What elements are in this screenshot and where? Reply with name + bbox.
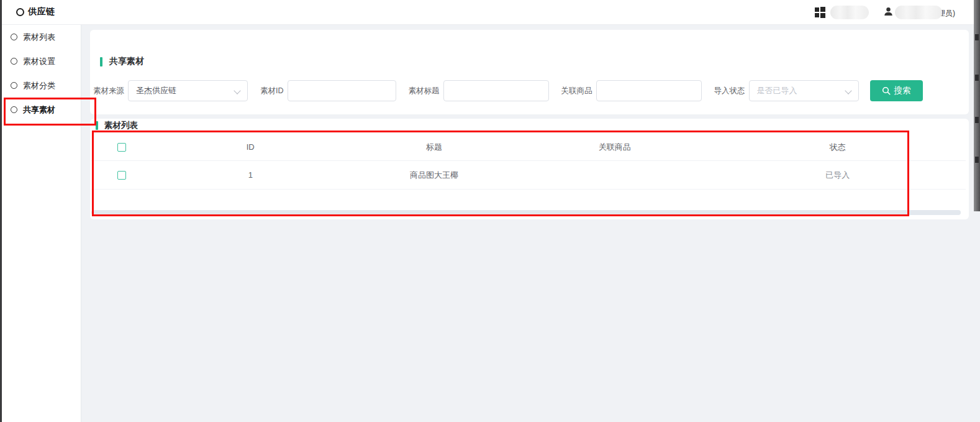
sidebar-item-label: 素材分类 bbox=[23, 80, 55, 91]
column-header-status: 状态 bbox=[709, 142, 966, 153]
shared-material-filter-panel: 共享素材 素材来源 圣杰供应链 素材ID 素材标题 关联商品 导入状态 是否已导… bbox=[90, 30, 969, 114]
redacted-shop-name[interactable] bbox=[830, 6, 869, 19]
logo-circle-icon bbox=[16, 8, 24, 16]
table-header-row: ID 标题 关联商品 状态 bbox=[91, 134, 966, 161]
related-product-input[interactable] bbox=[596, 80, 702, 101]
cell-id: 1 bbox=[153, 170, 348, 180]
user-icon[interactable] bbox=[884, 7, 893, 19]
sidebar-item-material-category[interactable]: 素材分类 bbox=[0, 73, 81, 98]
table-panel-title: 素材列表 bbox=[96, 120, 138, 131]
search-icon bbox=[882, 86, 891, 95]
chevron-down-icon bbox=[234, 87, 240, 94]
table-row[interactable]: 1 商品图大王椰 已导入 bbox=[91, 161, 966, 190]
apps-grid-icon[interactable] bbox=[815, 7, 826, 18]
select-all-checkbox[interactable] bbox=[117, 143, 126, 152]
column-header-related: 关联商品 bbox=[520, 142, 710, 153]
menu-circle-icon bbox=[11, 34, 17, 40]
filter-panel-title: 共享素材 bbox=[100, 56, 144, 67]
chevron-down-icon bbox=[845, 87, 851, 94]
filter-panel-title-text: 共享素材 bbox=[109, 56, 144, 67]
source-label: 素材来源 bbox=[93, 86, 124, 96]
app-title: 供应链 bbox=[28, 6, 55, 17]
material-title-label: 素材标题 bbox=[409, 86, 440, 96]
import-status-label: 导入状态 bbox=[714, 86, 745, 96]
search-button-label: 搜索 bbox=[894, 85, 911, 96]
sidebar-item-label: 共享素材 bbox=[23, 104, 55, 116]
menu-circle-icon bbox=[11, 82, 17, 89]
cell-status: 已导入 bbox=[709, 170, 966, 181]
source-select-value: 圣杰供应链 bbox=[136, 85, 176, 96]
material-title-input[interactable] bbox=[443, 80, 549, 101]
sidebar-item-material-list[interactable]: 素材列表 bbox=[0, 25, 81, 49]
sidebar-item-label: 素材设置 bbox=[23, 56, 55, 67]
column-header-title: 标题 bbox=[348, 142, 520, 153]
menu-circle-icon bbox=[11, 106, 17, 113]
cell-title: 商品图大王椰 bbox=[348, 170, 520, 181]
right-scrollbar-strip[interactable] bbox=[974, 0, 980, 211]
sidebar-item-label: 素材列表 bbox=[23, 32, 55, 43]
app-logo: 供应链 bbox=[16, 6, 55, 17]
material-table: ID 标题 关联商品 状态 1 商品图大王椰 已导入 bbox=[91, 134, 966, 190]
window-left-edge bbox=[0, 0, 2, 422]
accent-bar bbox=[100, 57, 102, 67]
app-window: 供应链 管理员) 素材列表 素材设置 素材分类 共享素材 bbox=[0, 0, 980, 422]
material-id-label: 素材ID bbox=[260, 86, 284, 96]
filter-row: 素材来源 圣杰供应链 素材ID 素材标题 关联商品 导入状态 是否已导入 搜索 bbox=[93, 80, 923, 101]
row-checkbox[interactable] bbox=[117, 171, 126, 180]
import-status-placeholder: 是否已导入 bbox=[757, 85, 797, 96]
sidebar-menu: 素材列表 素材设置 素材分类 共享素材 bbox=[0, 25, 81, 422]
sidebar-item-shared-material[interactable]: 共享素材 bbox=[0, 98, 81, 122]
horizontal-scrollbar-thumb[interactable] bbox=[91, 210, 961, 215]
search-button[interactable]: 搜索 bbox=[870, 80, 923, 101]
column-header-id: ID bbox=[153, 142, 348, 152]
top-header: 供应链 管理员) bbox=[0, 0, 980, 25]
sidebar-item-material-settings[interactable]: 素材设置 bbox=[0, 49, 81, 73]
menu-circle-icon bbox=[11, 58, 17, 65]
redacted-user-name[interactable] bbox=[895, 6, 942, 19]
material-list-panel: 素材列表 ID 标题 关联商品 状态 1 商品图大王椰 已导入 bbox=[90, 119, 969, 219]
import-status-select[interactable]: 是否已导入 bbox=[749, 80, 859, 101]
accent-bar bbox=[96, 121, 98, 130]
source-select[interactable]: 圣杰供应链 bbox=[128, 80, 248, 101]
table-panel-title-text: 素材列表 bbox=[104, 120, 138, 131]
related-product-label: 关联商品 bbox=[561, 86, 592, 96]
material-id-input[interactable] bbox=[288, 80, 396, 101]
